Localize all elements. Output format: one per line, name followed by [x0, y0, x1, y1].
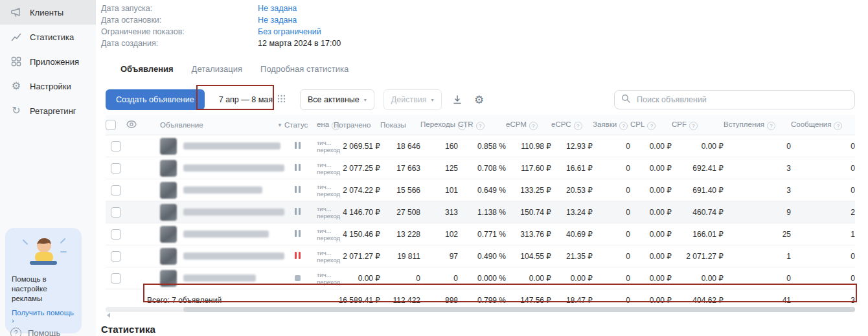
sidebar-item-apps[interactable]: Приложения	[0, 49, 96, 74]
ad-name-cell[interactable]	[147, 179, 284, 201]
ad-name-cell[interactable]	[147, 245, 284, 267]
bid-type: тич...	[317, 249, 334, 256]
row-checkbox[interactable]	[111, 141, 121, 151]
col-header-cpl[interactable]: CPL	[630, 120, 645, 128]
status-icon[interactable]	[295, 208, 301, 215]
col-header-clicks[interactable]: Переходы	[420, 120, 455, 128]
sidebar-help-item[interactable]: ? Помощь	[10, 328, 60, 336]
col-header-leads[interactable]: Заявки	[593, 120, 617, 128]
select-all-checkbox[interactable]	[106, 120, 116, 130]
info-icon[interactable]	[834, 122, 842, 130]
cell-ecpm: 117.60 ₽	[506, 157, 551, 179]
sidebar-help-label: Помощь	[28, 328, 60, 336]
info-value-stop-date[interactable]: Не задана	[258, 14, 297, 26]
col-header-joins[interactable]: Вступления	[724, 120, 764, 128]
cell-messages: 2	[791, 201, 855, 223]
eye-icon[interactable]	[126, 122, 137, 129]
status-filter-dropdown[interactable]: Все активные ▾	[300, 89, 374, 110]
campaign-info: Дата запуска: Не задана Дата остановки: …	[101, 3, 341, 49]
scroll-left-arrow[interactable]	[107, 313, 110, 318]
ad-name-cell[interactable]	[147, 157, 284, 179]
search-input[interactable]	[635, 95, 848, 105]
date-range-picker[interactable]: 7 апр — 8 мая	[214, 89, 291, 110]
table-row[interactable]: тич... переход 2 069.51 ₽ 18 646 160 0.8…	[106, 135, 855, 157]
sidebar-item-settings[interactable]: ⚙ Настройки	[0, 74, 96, 98]
tab-ads[interactable]: Объявления	[120, 64, 174, 74]
row-checkbox[interactable]	[111, 229, 121, 240]
actions-label: Действия	[391, 95, 427, 104]
sidebar-item-retargeting[interactable]: ↻ Ретаргетинг	[0, 98, 96, 123]
download-icon[interactable]	[451, 93, 464, 106]
row-checkbox[interactable]	[111, 251, 121, 262]
ad-name-cell[interactable]	[147, 267, 284, 289]
bid-unit: переход	[317, 146, 334, 153]
table-row[interactable]: тич... переход 2 077.25 ₽ 17 663 125 0.7…	[106, 157, 855, 179]
sidebar: Клиенты Статистика Приложения ⚙ Настройк…	[0, 0, 96, 336]
table-row[interactable]: тич... переход 4 150.46 ₽ 13 228 102 0.7…	[106, 223, 855, 245]
cell-spent: 4 150.46 ₽	[334, 223, 380, 245]
row-checkbox[interactable]	[111, 185, 121, 196]
info-icon[interactable]	[574, 122, 582, 130]
table-row[interactable]: тич... переход 2 071.27 ₽ 19 811 97 0.49…	[106, 245, 855, 267]
col-header-messages[interactable]: Сообщения	[791, 120, 831, 128]
info-value-impression-limit[interactable]: Без ограничений	[258, 26, 321, 38]
cell-cpf: 460.74 ₽	[672, 201, 724, 223]
info-icon[interactable]	[647, 122, 656, 130]
col-header-price[interactable]: ена	[317, 120, 329, 128]
cell-ctr: 0.858 %	[458, 135, 506, 157]
cell-cpl: 0.00 ₽	[630, 267, 672, 289]
info-icon[interactable]	[529, 122, 538, 130]
tab-detailing[interactable]: Детализация	[192, 64, 242, 74]
col-header-ecpc[interactable]: eCPC	[551, 120, 571, 128]
col-header-name[interactable]: Объявление	[160, 121, 203, 129]
row-checkbox[interactable]	[111, 273, 121, 284]
cell-clicks: 125	[420, 157, 458, 179]
sidebar-item-statistics[interactable]: Статистика	[0, 25, 96, 49]
table-row[interactable]: тич... переход 0.00 ₽ 0 0 0.000 % 0.00 ₽…	[106, 267, 855, 289]
table-row[interactable]: тич... переход 4 146.70 ₽ 27 508 313 1.1…	[106, 201, 855, 223]
settings-gear-icon[interactable]: ⚙	[473, 93, 486, 106]
ad-name-cell[interactable]	[147, 201, 284, 223]
search-box[interactable]	[614, 90, 855, 109]
question-icon: ?	[10, 328, 21, 336]
actions-dropdown[interactable]: Действия ▾	[383, 89, 442, 110]
info-icon[interactable]	[767, 122, 775, 130]
ad-name-cell[interactable]	[147, 135, 284, 157]
sidebar-nav: Клиенты Статистика Приложения ⚙ Настройк…	[0, 0, 96, 123]
ad-name-cell[interactable]	[147, 223, 284, 245]
chevron-down-icon: ▾	[431, 97, 434, 103]
status-filter-label: Все активные	[308, 95, 360, 104]
info-row: Ограничение показов: Без ограничений	[101, 26, 341, 38]
horizontal-scrollbar[interactable]	[106, 307, 855, 312]
cell-joins: 9	[724, 201, 791, 223]
info-icon[interactable]	[619, 122, 628, 130]
col-header-cpf[interactable]: CPF	[672, 120, 687, 128]
col-header-ctr[interactable]: CTR	[458, 120, 474, 128]
scrollbar-thumb[interactable]	[183, 307, 855, 312]
status-icon[interactable]	[295, 186, 301, 193]
get-help-link[interactable]: Получить помощь ›	[12, 309, 75, 324]
status-icon[interactable]	[295, 164, 301, 171]
col-header-spent[interactable]: Потрачено	[334, 115, 380, 135]
row-checkbox[interactable]	[111, 207, 121, 218]
cell-ecpm: 104.55 ₽	[506, 245, 551, 267]
create-ad-button[interactable]: Создать объявление	[106, 89, 205, 110]
tab-detailed-statistics[interactable]: Подробная статистика	[260, 64, 348, 74]
ad-name-blur	[183, 164, 284, 172]
sort-caret-icon[interactable]: ▼	[277, 122, 282, 128]
status-icon[interactable]	[295, 142, 301, 149]
col-header-shows[interactable]: Показы	[380, 115, 420, 135]
status-icon[interactable]	[295, 252, 301, 259]
row-checkbox[interactable]	[111, 163, 121, 174]
info-icon[interactable]	[476, 122, 485, 130]
status-icon[interactable]	[295, 230, 301, 237]
info-value-start-date[interactable]: Не задана	[258, 3, 297, 14]
cell-shows: 15 566	[380, 179, 420, 201]
status-icon[interactable]	[295, 275, 301, 281]
sidebar-item-label: Ретаргетинг	[30, 106, 76, 116]
info-icon[interactable]	[689, 122, 698, 130]
sidebar-item-clients[interactable]: Клиенты	[0, 0, 96, 25]
col-header-status[interactable]: Статус	[284, 115, 317, 135]
col-header-ecpm[interactable]: eCPM	[506, 120, 527, 128]
table-row[interactable]: тич... переход 2 074.22 ₽ 15 566 101 0.6…	[106, 179, 855, 201]
